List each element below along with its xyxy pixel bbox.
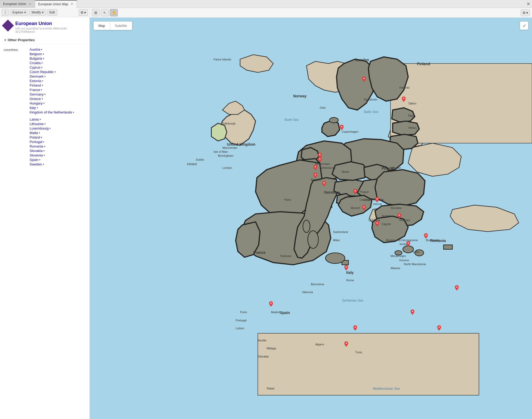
country-dropdown-arrow: ▾: [41, 48, 42, 51]
countries-label: countries:: [4, 47, 27, 52]
country-link-austria[interactable]: Austria▾: [30, 47, 74, 51]
tab-european-union[interactable]: European Union ✕: [0, 0, 35, 8]
explore-button[interactable]: Explore ▾: [10, 9, 28, 16]
map-pin-1: [402, 97, 406, 102]
map-pin-17: [269, 301, 273, 307]
country-link-croatia[interactable]: Croatia▾: [30, 61, 74, 65]
country-link-slovenia[interactable]: Slovenia▾: [30, 153, 74, 157]
country-link-romania[interactable]: Romania▾: [30, 144, 74, 148]
countries-prop-row: countries: Austria▾Belgium▾Bulgaria▾Croa…: [4, 46, 86, 167]
map-pin-16: [455, 285, 459, 291]
country-link-czech-republic[interactable]: Czech Republic▾: [30, 70, 74, 74]
map-hand-icon: ✋: [112, 11, 116, 15]
country-link-france[interactable]: France▾: [30, 88, 74, 92]
map-pin-21: [437, 325, 441, 331]
svg-point-43: [325, 253, 345, 263]
countries-values: Austria▾Belgium▾Bulgaria▾Croatia▾Cyprus▾…: [30, 47, 74, 166]
map-pin-0: [362, 77, 366, 82]
map-container[interactable]: NorwaySwedenFinlandUnited KingdomIreland…: [90, 18, 532, 419]
uri-label: URI: [15, 27, 20, 30]
svg-point-64: [354, 327, 356, 328]
svg-marker-32: [375, 170, 425, 206]
map-pin-15: [344, 265, 348, 270]
tab-close-eu-map[interactable]: ✕: [70, 2, 74, 6]
map-pin-11: [397, 213, 401, 218]
map-pin-4: [314, 165, 317, 170]
svg-point-66: [412, 311, 413, 312]
map-view-btn-satellite[interactable]: Satellite: [110, 22, 132, 30]
map-cursor-btn[interactable]: ↖: [101, 9, 109, 16]
map-gear-button[interactable]: ⚙ ▾: [521, 9, 530, 16]
menu-icon-btn[interactable]: ⋮: [2, 9, 9, 16]
svg-point-48: [341, 126, 343, 127]
tab-european-union-map[interactable]: European Union Map ✕: [35, 0, 77, 8]
map-gear-icon: ⚙: [522, 11, 526, 15]
tab-close-eu[interactable]: ✕: [28, 2, 32, 6]
country-link-greece[interactable]: Greece▾: [30, 97, 74, 101]
map-gear-dropdown-arrow: ▾: [526, 11, 528, 15]
country-dropdown-arrow: ▾: [42, 84, 43, 87]
svg-point-46: [363, 78, 365, 79]
svg-point-62: [456, 287, 458, 288]
map-pin-14: [406, 241, 410, 246]
explore-label: Explore: [12, 11, 23, 14]
country-link-malta[interactable]: Malta▾: [30, 131, 74, 135]
entity-icon-diamond: [2, 20, 14, 31]
country-dropdown-arrow: ▾: [73, 111, 74, 114]
country-dropdown-arrow: ▾: [41, 61, 43, 64]
map-view-buttons: Map Satellite: [93, 21, 132, 30]
country-link-sweden[interactable]: Sweden▾: [30, 162, 74, 166]
svg-point-51: [315, 174, 316, 175]
entity-uri: URI urn:uuid:f83a71cd-b449-4899-bb95-321…: [15, 27, 86, 33]
tab-label-map: European Union Map: [38, 2, 68, 6]
country-link-latvia[interactable]: Latvia▾: [30, 117, 74, 121]
map-view-btn-map[interactable]: Map: [94, 22, 110, 30]
svg-point-42: [308, 231, 318, 248]
map-pin-12: [375, 221, 379, 226]
fullscreen-button[interactable]: ⤢: [520, 21, 528, 30]
entity-title: European Union: [15, 21, 86, 26]
country-link-spain[interactable]: Spain▾: [30, 158, 74, 162]
country-link-slovakia[interactable]: Slovakia▾: [30, 149, 74, 153]
country-dropdown-arrow: ▾: [41, 136, 42, 139]
country-dropdown-arrow: ▾: [40, 118, 41, 121]
country-link-bulgaria[interactable]: Bulgaria▾: [30, 56, 74, 60]
svg-point-45: [329, 117, 338, 123]
map-pin-20: [411, 310, 414, 315]
section-header-other-props[interactable]: ▼ Other Properties: [4, 36, 86, 44]
country-dropdown-arrow: ▾: [44, 75, 46, 78]
modify-button[interactable]: Modify ▾: [29, 9, 46, 16]
country-link-estonia[interactable]: Estonia▾: [30, 79, 74, 83]
map-pin-18: [353, 325, 357, 331]
edit-button[interactable]: Edit: [47, 9, 57, 16]
country-link-germany[interactable]: Germany▾: [30, 92, 74, 96]
tab-bar: European Union ✕ European Union Map ✕ ✕: [0, 0, 532, 8]
map-hand-btn[interactable]: ✋: [110, 9, 118, 16]
left-gear-button[interactable]: ⚙ ▾: [79, 9, 88, 16]
entity-header: European Union URI urn:uuid:f83a71cd-b44…: [0, 17, 89, 36]
svg-rect-37: [444, 245, 453, 249]
country-link-finland[interactable]: Finland▾: [30, 83, 74, 87]
country-link-luxembourg[interactable]: Luxembourg▾: [30, 126, 74, 130]
map-toolbar: ⊞ ↖ ✋ ⚙ ▾: [90, 8, 532, 18]
country-dropdown-arrow: ▾: [42, 97, 43, 100]
country-link-lithuania[interactable]: Lithuania▾: [30, 122, 74, 126]
country-link-poland[interactable]: Poland▾: [30, 135, 74, 139]
svg-point-41: [395, 251, 402, 255]
svg-point-57: [399, 214, 400, 216]
country-link-kingdom-of-the-netherlands[interactable]: Kingdom of the Netherlands▾: [30, 110, 74, 114]
map-pin-9: [362, 205, 366, 210]
svg-point-55: [363, 206, 365, 208]
svg-point-56: [377, 198, 378, 199]
map-layer-icon: ⊞: [94, 11, 97, 15]
country-link-portugal[interactable]: Portugal▾: [30, 140, 74, 144]
svg-point-65: [346, 343, 347, 344]
country-link-denmark[interactable]: Denmark▾: [30, 74, 74, 78]
map-layer-btn[interactable]: ⊞: [92, 9, 100, 16]
window-close-icon[interactable]: ✕: [526, 1, 530, 7]
country-link-hungary[interactable]: Hungary▾: [30, 101, 74, 105]
country-link-belgium[interactable]: Belgium▾: [30, 52, 74, 56]
country-dropdown-arrow: ▾: [43, 53, 44, 55]
country-link-italy[interactable]: Italy▾: [30, 106, 74, 110]
country-link-cyprus[interactable]: Cyprus▾: [30, 65, 74, 69]
